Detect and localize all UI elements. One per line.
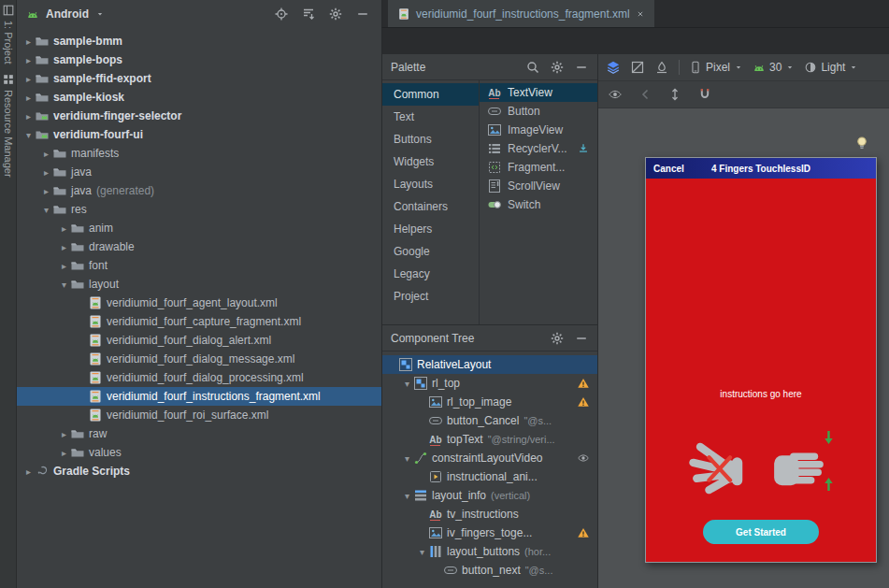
palette-category-project[interactable]: Project [382,285,479,308]
project-tree-item[interactable]: ▾res [17,200,381,219]
palette-category-buttons[interactable]: Buttons [382,128,479,151]
project-tree-item[interactable]: veridiumid_fourf_dialog_alert.xml [17,331,381,350]
chevron-right-icon[interactable]: ▸ [22,55,35,65]
palette-category-containers[interactable]: Containers [382,195,479,218]
component-tree-item[interactable]: ▾layout_buttons(hor... [382,542,597,561]
design-mode-icon[interactable] [606,60,621,75]
project-tree-item[interactable]: ▸java [17,163,381,181]
component-tree-item[interactable]: button_next"@s... [382,561,597,580]
phone-preview[interactable]: Cancel 4 Fingers TouchlessID instruction… [645,157,877,563]
phone-body[interactable]: instructions go here [646,179,876,562]
component-tree-item[interactable]: ▾constraintLayoutVideo [382,449,597,467]
chevron-right-icon[interactable]: ▸ [22,111,35,122]
chevron-right-icon[interactable]: ▸ [40,186,52,196]
minimize-icon[interactable] [574,331,589,346]
eye-icon[interactable] [577,452,590,465]
get-started-button[interactable]: Get Started [703,520,819,544]
chevron-right-icon[interactable]: ▸ [22,74,35,84]
locate-file-icon[interactable] [274,7,289,22]
palette-component[interactable]: Switch [480,195,597,214]
project-tree-item[interactable]: veridiumid_fourf_dialog_message.xml [17,350,381,368]
palette-category-helpers[interactable]: Helpers [382,218,479,240]
chevron-down-icon[interactable]: ▾ [416,547,428,557]
palette-category-layouts[interactable]: Layouts [382,173,479,195]
chevron-right-icon[interactable]: ▸ [40,149,52,159]
chevron-right-icon[interactable]: ▸ [22,466,35,477]
project-tree-item[interactable]: ▸java(generated) [17,181,381,200]
palette-category-google[interactable]: Google [382,240,479,263]
chevron-right-icon[interactable]: ▸ [58,448,70,458]
project-tree-item[interactable]: ▸sample-ffid-export [17,69,381,88]
blueprint-toggle-icon[interactable] [630,60,645,75]
chevron-down-icon[interactable]: ▾ [401,491,413,501]
palette-category-text[interactable]: Text [382,106,479,128]
project-view-selector[interactable]: Android [46,7,89,21]
project-tree-item[interactable]: veridiumid_fourf_roi_surface.xml [17,406,381,424]
chevron-right-icon[interactable]: ▸ [58,261,70,271]
palette-categories[interactable]: CommonTextButtonsWidgetsLayoutsContainer… [382,80,480,324]
palette-component[interactable]: ScrollView [480,177,597,195]
component-tree-item[interactable]: ▾rl_top [382,374,597,393]
settings-gear-icon[interactable] [328,7,343,22]
chevron-right-icon[interactable]: ▸ [22,93,35,103]
project-tree-item[interactable]: veridiumid_fourf_capture_fragment.xml [17,312,381,331]
chevron-down-icon[interactable]: ▾ [401,453,413,464]
hide-panel-icon[interactable] [355,7,370,22]
device-selector[interactable]: Pixel [689,61,743,74]
color-mode-icon[interactable] [654,60,669,75]
component-tree-item[interactable]: AbtopText"@string/veri... [382,430,597,449]
lightbulb-icon[interactable] [853,135,870,151]
chevron-right-icon[interactable]: ▸ [58,223,70,234]
magnet-icon[interactable] [697,87,712,102]
project-tree-item[interactable]: ▸sample-bops [17,50,381,69]
chevron-down-icon[interactable] [95,9,105,19]
project-tree-item[interactable]: ▸manifests [17,144,381,163]
component-tree-item[interactable]: ▾layout_info(vertical) [382,486,597,505]
project-tree-item[interactable]: ▸drawable [17,237,381,256]
chevron-down-icon[interactable]: ▾ [58,280,70,290]
back-arrow-icon[interactable] [638,87,652,102]
gear-icon[interactable] [550,60,565,75]
chevron-right-icon[interactable]: ▸ [40,167,52,178]
project-tree-item[interactable]: ▸font [17,256,381,275]
chevron-down-icon[interactable]: ▾ [22,130,35,140]
component-tree-item[interactable]: Abtv_instructions [382,505,597,523]
download-icon[interactable] [577,142,590,155]
tool-window-project[interactable]: 1: Project [2,4,15,64]
project-tree[interactable]: ▸sample-bmm▸sample-bops▸sample-ffid-expo… [17,28,381,588]
project-tree-item[interactable]: ▸Gradle Scripts [17,462,381,480]
component-tree-item[interactable]: instructional_ani... [382,467,597,486]
preview-cancel-button[interactable]: Cancel [653,164,684,174]
chevron-down-icon[interactable]: ▾ [40,205,52,215]
project-tree-item[interactable]: ▸veridium-finger-selector [17,107,381,125]
component-tree-item[interactable]: iv_fingers_toge... [382,523,597,542]
chevron-down-icon[interactable]: ▾ [401,379,413,389]
design-canvas[interactable]: Cancel 4 Fingers TouchlessID instruction… [598,108,889,588]
api-selector[interactable]: 30 [753,61,795,74]
preview-instructions-text[interactable]: instructions go here [646,389,876,399]
project-tree-item[interactable]: veridiumid_fourf_dialog_processing.xml [17,368,381,387]
collapse-all-icon[interactable] [301,7,316,22]
palette-component[interactable]: AbTextView [480,83,597,102]
close-tab-icon[interactable] [636,9,645,19]
palette-component[interactable]: Button [480,102,597,121]
chevron-right-icon[interactable]: ▸ [58,242,70,252]
palette-category-widgets[interactable]: Widgets [382,151,479,173]
chevron-right-icon[interactable]: ▸ [22,36,35,47]
palette-component[interactable]: RecyclerV... [480,139,597,158]
gear-icon[interactable] [550,331,565,346]
component-tree-item[interactable]: rl_top_image [382,393,597,411]
visibility-icon[interactable] [608,87,623,102]
hands-illustration[interactable] [646,425,876,496]
palette-components[interactable]: AbTextViewButtonImageViewRecyclerV...Fra… [480,80,597,324]
minimize-icon[interactable] [574,60,589,75]
project-tree-item[interactable]: veridiumid_fourf_instructions_fragment.x… [17,387,381,406]
project-tree-item[interactable]: ▸sample-bmm [17,32,381,50]
editor-tab[interactable]: veridiumid_fourf_instructions_fragment.x… [388,0,654,27]
project-tree-item[interactable]: veridiumid_fourf_agent_layout.xml [17,294,381,312]
palette-component[interactable]: Fragment... [480,158,597,177]
component-tree-list[interactable]: RelativeLayout▾rl_toprl_top_imagebutton_… [382,351,597,588]
component-tree-item[interactable]: RelativeLayout [382,355,597,374]
project-tree-item[interactable]: ▸anim [17,219,381,237]
search-icon[interactable] [525,60,540,75]
